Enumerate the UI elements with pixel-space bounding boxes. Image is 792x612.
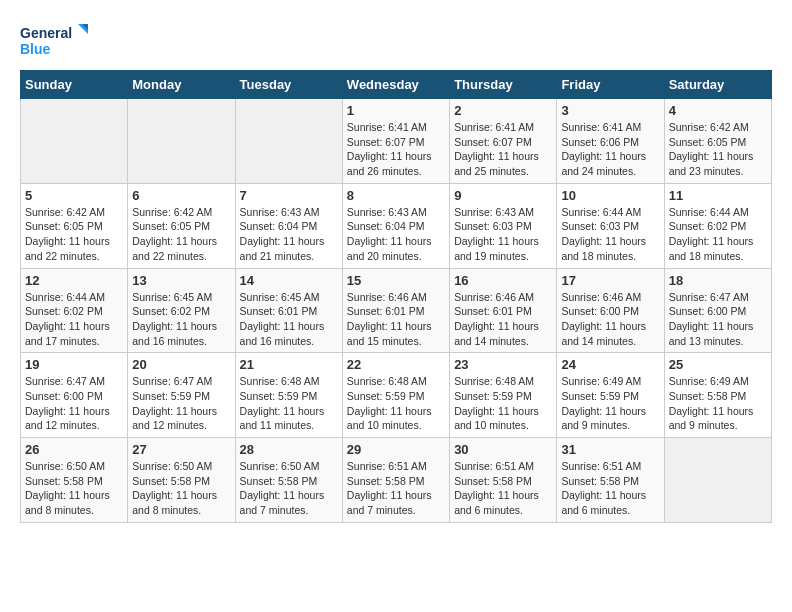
- weekday-header-row: SundayMondayTuesdayWednesdayThursdayFrid…: [21, 71, 772, 99]
- day-number: 9: [454, 188, 552, 203]
- calendar-cell: [235, 99, 342, 184]
- day-number: 2: [454, 103, 552, 118]
- calendar-cell: 5Sunrise: 6:42 AMSunset: 6:05 PMDaylight…: [21, 183, 128, 268]
- calendar-cell: 17Sunrise: 6:46 AMSunset: 6:00 PMDayligh…: [557, 268, 664, 353]
- calendar-cell: 6Sunrise: 6:42 AMSunset: 6:05 PMDaylight…: [128, 183, 235, 268]
- calendar-cell: 14Sunrise: 6:45 AMSunset: 6:01 PMDayligh…: [235, 268, 342, 353]
- day-number: 12: [25, 273, 123, 288]
- calendar-week-row: 19Sunrise: 6:47 AMSunset: 6:00 PMDayligh…: [21, 353, 772, 438]
- calendar-cell: 9Sunrise: 6:43 AMSunset: 6:03 PMDaylight…: [450, 183, 557, 268]
- day-info: Sunrise: 6:45 AMSunset: 6:02 PMDaylight:…: [132, 290, 230, 349]
- calendar-cell: 29Sunrise: 6:51 AMSunset: 5:58 PMDayligh…: [342, 438, 449, 523]
- day-number: 14: [240, 273, 338, 288]
- logo-svg: General Blue: [20, 20, 90, 60]
- calendar-cell: 31Sunrise: 6:51 AMSunset: 5:58 PMDayligh…: [557, 438, 664, 523]
- page-header: General Blue: [20, 20, 772, 60]
- weekday-header-wednesday: Wednesday: [342, 71, 449, 99]
- day-info: Sunrise: 6:43 AMSunset: 6:04 PMDaylight:…: [347, 205, 445, 264]
- day-number: 8: [347, 188, 445, 203]
- day-info: Sunrise: 6:50 AMSunset: 5:58 PMDaylight:…: [132, 459, 230, 518]
- calendar-cell: [664, 438, 771, 523]
- weekday-header-tuesday: Tuesday: [235, 71, 342, 99]
- weekday-header-thursday: Thursday: [450, 71, 557, 99]
- day-info: Sunrise: 6:50 AMSunset: 5:58 PMDaylight:…: [240, 459, 338, 518]
- day-info: Sunrise: 6:46 AMSunset: 6:01 PMDaylight:…: [347, 290, 445, 349]
- day-number: 1: [347, 103, 445, 118]
- calendar-cell: 11Sunrise: 6:44 AMSunset: 6:02 PMDayligh…: [664, 183, 771, 268]
- calendar-cell: 1Sunrise: 6:41 AMSunset: 6:07 PMDaylight…: [342, 99, 449, 184]
- day-number: 17: [561, 273, 659, 288]
- day-number: 25: [669, 357, 767, 372]
- day-number: 21: [240, 357, 338, 372]
- day-number: 19: [25, 357, 123, 372]
- calendar-cell: 8Sunrise: 6:43 AMSunset: 6:04 PMDaylight…: [342, 183, 449, 268]
- day-number: 5: [25, 188, 123, 203]
- weekday-header-friday: Friday: [557, 71, 664, 99]
- weekday-header-sunday: Sunday: [21, 71, 128, 99]
- day-info: Sunrise: 6:49 AMSunset: 5:59 PMDaylight:…: [561, 374, 659, 433]
- calendar-week-row: 1Sunrise: 6:41 AMSunset: 6:07 PMDaylight…: [21, 99, 772, 184]
- day-info: Sunrise: 6:51 AMSunset: 5:58 PMDaylight:…: [454, 459, 552, 518]
- day-number: 6: [132, 188, 230, 203]
- day-info: Sunrise: 6:51 AMSunset: 5:58 PMDaylight:…: [347, 459, 445, 518]
- day-info: Sunrise: 6:48 AMSunset: 5:59 PMDaylight:…: [347, 374, 445, 433]
- calendar-cell: 19Sunrise: 6:47 AMSunset: 6:00 PMDayligh…: [21, 353, 128, 438]
- calendar-cell: [21, 99, 128, 184]
- day-number: 16: [454, 273, 552, 288]
- day-info: Sunrise: 6:46 AMSunset: 6:01 PMDaylight:…: [454, 290, 552, 349]
- calendar-table: SundayMondayTuesdayWednesdayThursdayFrid…: [20, 70, 772, 523]
- calendar-cell: 24Sunrise: 6:49 AMSunset: 5:59 PMDayligh…: [557, 353, 664, 438]
- day-number: 4: [669, 103, 767, 118]
- day-info: Sunrise: 6:44 AMSunset: 6:03 PMDaylight:…: [561, 205, 659, 264]
- day-info: Sunrise: 6:42 AMSunset: 6:05 PMDaylight:…: [25, 205, 123, 264]
- calendar-cell: 3Sunrise: 6:41 AMSunset: 6:06 PMDaylight…: [557, 99, 664, 184]
- day-number: 24: [561, 357, 659, 372]
- day-info: Sunrise: 6:44 AMSunset: 6:02 PMDaylight:…: [669, 205, 767, 264]
- calendar-cell: [128, 99, 235, 184]
- day-number: 30: [454, 442, 552, 457]
- day-number: 23: [454, 357, 552, 372]
- day-info: Sunrise: 6:51 AMSunset: 5:58 PMDaylight:…: [561, 459, 659, 518]
- calendar-week-row: 5Sunrise: 6:42 AMSunset: 6:05 PMDaylight…: [21, 183, 772, 268]
- calendar-cell: 13Sunrise: 6:45 AMSunset: 6:02 PMDayligh…: [128, 268, 235, 353]
- day-number: 26: [25, 442, 123, 457]
- day-info: Sunrise: 6:48 AMSunset: 5:59 PMDaylight:…: [240, 374, 338, 433]
- calendar-cell: 21Sunrise: 6:48 AMSunset: 5:59 PMDayligh…: [235, 353, 342, 438]
- day-number: 31: [561, 442, 659, 457]
- day-info: Sunrise: 6:46 AMSunset: 6:00 PMDaylight:…: [561, 290, 659, 349]
- calendar-cell: 22Sunrise: 6:48 AMSunset: 5:59 PMDayligh…: [342, 353, 449, 438]
- logo: General Blue: [20, 20, 90, 60]
- day-number: 3: [561, 103, 659, 118]
- day-number: 7: [240, 188, 338, 203]
- day-info: Sunrise: 6:47 AMSunset: 6:00 PMDaylight:…: [669, 290, 767, 349]
- calendar-cell: 26Sunrise: 6:50 AMSunset: 5:58 PMDayligh…: [21, 438, 128, 523]
- calendar-cell: 12Sunrise: 6:44 AMSunset: 6:02 PMDayligh…: [21, 268, 128, 353]
- day-info: Sunrise: 6:41 AMSunset: 6:07 PMDaylight:…: [454, 120, 552, 179]
- day-info: Sunrise: 6:47 AMSunset: 6:00 PMDaylight:…: [25, 374, 123, 433]
- day-number: 28: [240, 442, 338, 457]
- calendar-cell: 15Sunrise: 6:46 AMSunset: 6:01 PMDayligh…: [342, 268, 449, 353]
- day-number: 15: [347, 273, 445, 288]
- day-number: 27: [132, 442, 230, 457]
- calendar-week-row: 12Sunrise: 6:44 AMSunset: 6:02 PMDayligh…: [21, 268, 772, 353]
- svg-text:General: General: [20, 25, 72, 41]
- calendar-cell: 27Sunrise: 6:50 AMSunset: 5:58 PMDayligh…: [128, 438, 235, 523]
- weekday-header-monday: Monday: [128, 71, 235, 99]
- calendar-cell: 25Sunrise: 6:49 AMSunset: 5:58 PMDayligh…: [664, 353, 771, 438]
- day-number: 20: [132, 357, 230, 372]
- day-number: 10: [561, 188, 659, 203]
- calendar-cell: 20Sunrise: 6:47 AMSunset: 5:59 PMDayligh…: [128, 353, 235, 438]
- day-info: Sunrise: 6:48 AMSunset: 5:59 PMDaylight:…: [454, 374, 552, 433]
- day-info: Sunrise: 6:47 AMSunset: 5:59 PMDaylight:…: [132, 374, 230, 433]
- day-number: 11: [669, 188, 767, 203]
- calendar-cell: 18Sunrise: 6:47 AMSunset: 6:00 PMDayligh…: [664, 268, 771, 353]
- day-info: Sunrise: 6:49 AMSunset: 5:58 PMDaylight:…: [669, 374, 767, 433]
- calendar-cell: 28Sunrise: 6:50 AMSunset: 5:58 PMDayligh…: [235, 438, 342, 523]
- calendar-cell: 2Sunrise: 6:41 AMSunset: 6:07 PMDaylight…: [450, 99, 557, 184]
- weekday-header-saturday: Saturday: [664, 71, 771, 99]
- calendar-week-row: 26Sunrise: 6:50 AMSunset: 5:58 PMDayligh…: [21, 438, 772, 523]
- day-info: Sunrise: 6:42 AMSunset: 6:05 PMDaylight:…: [669, 120, 767, 179]
- day-info: Sunrise: 6:45 AMSunset: 6:01 PMDaylight:…: [240, 290, 338, 349]
- svg-text:Blue: Blue: [20, 41, 51, 57]
- calendar-cell: 10Sunrise: 6:44 AMSunset: 6:03 PMDayligh…: [557, 183, 664, 268]
